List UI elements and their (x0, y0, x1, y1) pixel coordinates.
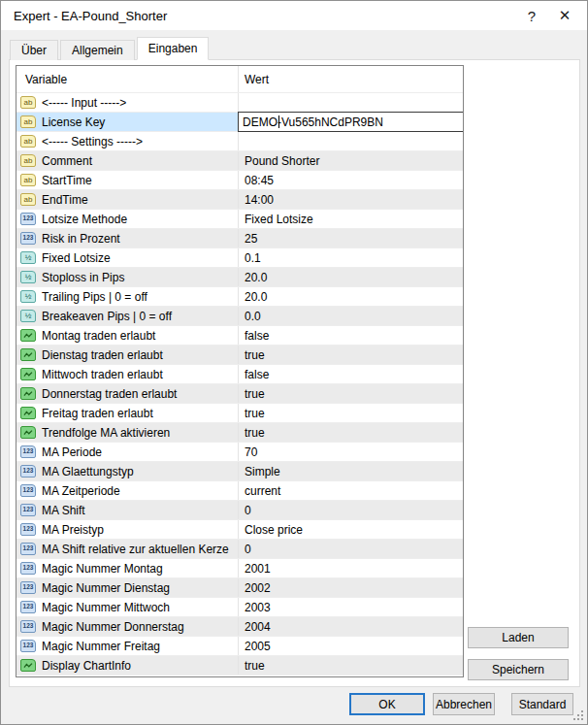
table-row[interactable]: 123 Magic Nummer Mittwoch 2003 (16, 598, 463, 617)
param-label: Comment (42, 154, 92, 168)
param-value[interactable]: Fixed Lotsize (239, 210, 463, 228)
int-type-icon: 123 (20, 445, 36, 458)
param-label: EndTime (42, 193, 88, 207)
param-value[interactable]: 2003 (239, 598, 463, 616)
table-row[interactable]: 123 Lotsize Methode Fixed Lotsize (16, 210, 463, 229)
param-value[interactable]: 14:00 (239, 190, 463, 209)
param-value[interactable]: 08:45 (239, 171, 463, 189)
table-row[interactable]: 123 Risk in Prozent 25 (16, 229, 463, 248)
table-row[interactable]: ab StartTime 08:45 (16, 171, 463, 190)
bool-type-icon (20, 407, 36, 419)
param-value[interactable]: Pound Shorter (239, 151, 463, 170)
int-type-icon: 123 (20, 562, 36, 575)
param-value[interactable]: true (239, 656, 463, 675)
table-row[interactable]: Mittwoch traden erlaubt false (16, 365, 463, 384)
table-row[interactable]: Display ChartInfo true (16, 656, 463, 676)
license-key-input[interactable]: DEMO-Vu565hNCdPR9BN (238, 112, 464, 132)
tab-eingaben[interactable]: Eingaben (137, 37, 210, 60)
table-row[interactable]: Montag traden erlaubt false (16, 326, 463, 346)
param-label: Dienstag traden erlaubt (42, 348, 163, 362)
param-value[interactable]: current (239, 481, 463, 500)
table-row[interactable]: 123 Magic Nummer Montag 2001 (16, 559, 463, 578)
param-value[interactable]: Simple (239, 462, 463, 480)
table-row[interactable]: ½ Breakeaven Pips | 0 = off 0.0 (16, 307, 463, 326)
int-type-icon: 123 (20, 232, 36, 245)
table-row[interactable]: 123 Magic Nummer Freitag 2005 (16, 637, 463, 656)
param-value[interactable]: true (239, 423, 463, 442)
param-value[interactable]: 20.0 (239, 268, 463, 286)
param-value[interactable] (239, 93, 463, 112)
table-row[interactable]: Dienstag traden erlaubt true (16, 346, 463, 365)
table-row[interactable]: ab <----- Settings -----> (16, 132, 463, 151)
string-type-icon: ab (20, 135, 36, 148)
string-type-icon: ab (20, 174, 36, 186)
table-row[interactable]: 123 MA Shift relative zur aktuellen Kerz… (16, 540, 463, 559)
int-type-icon: 123 (20, 484, 36, 497)
table-row[interactable]: Trendfolge MA aktivieren true (16, 423, 463, 443)
table-row[interactable]: ab EndTime 14:00 (16, 190, 463, 210)
int-type-icon: 123 (20, 465, 36, 478)
param-value[interactable]: Close price (239, 520, 463, 539)
tab-page-eingaben: Variable Wert ab <----- Input -----> ab … (9, 59, 580, 687)
param-value[interactable]: 0.1 (239, 248, 463, 267)
param-value[interactable] (239, 132, 463, 150)
param-value[interactable]: false (239, 365, 463, 383)
param-value[interactable]: 0 (239, 540, 463, 558)
param-value[interactable]: true (239, 384, 463, 403)
load-button[interactable]: Laden (468, 627, 569, 648)
param-label: <----- Settings -----> (42, 135, 143, 148)
param-value[interactable]: true (239, 346, 463, 364)
double-type-icon: ½ (20, 290, 36, 303)
tab-über[interactable]: Über (10, 40, 58, 60)
table-row[interactable]: ab License Key DEMO-Vu565hNCdPR9BN (16, 113, 463, 132)
ok-button[interactable]: OK (349, 693, 425, 715)
param-value[interactable]: 25 (239, 229, 463, 247)
help-button[interactable]: ? (515, 1, 548, 30)
save-button[interactable]: Speichern (468, 659, 569, 680)
table-row[interactable]: 123 MA Periode 70 (16, 443, 463, 462)
table-row[interactable]: ½ Stoploss in Pips 20.0 (16, 268, 463, 287)
bool-type-icon (20, 329, 36, 342)
table-row[interactable]: 123 MA Preistyp Close price (16, 520, 463, 540)
param-value[interactable]: 2005 (239, 637, 463, 655)
int-type-icon: 123 (20, 640, 36, 652)
param-label: Magic Nummer Donnerstag (42, 620, 184, 634)
param-value[interactable]: 70 (239, 443, 463, 461)
param-value[interactable]: false (239, 326, 463, 345)
close-button[interactable]: ✕ (548, 1, 581, 30)
param-value[interactable]: 2004 (239, 617, 463, 636)
table-row[interactable]: 123 Magic Nummer Dienstag 2002 (16, 578, 463, 598)
table-row[interactable]: ab Comment Pound Shorter (16, 151, 463, 171)
dialog-buttons: OK Abbrechen Standard (349, 693, 573, 715)
text-caret (278, 115, 279, 128)
param-label: Magic Nummer Montag (42, 562, 163, 576)
table-row[interactable]: Donnerstag traden erlaubt true (16, 384, 463, 404)
cancel-button[interactable]: Abbrechen (433, 693, 495, 715)
tab-allgemein[interactable]: Allgemein (60, 40, 135, 60)
param-value[interactable]: 20.0 (239, 287, 463, 306)
table-row[interactable]: Freitag traden erlaubt true (16, 404, 463, 423)
param-value[interactable]: 0 (239, 501, 463, 519)
resize-grip[interactable] (573, 710, 584, 721)
tab-strip: ÜberAllgemeinEingaben (10, 37, 211, 60)
table-row[interactable]: ab <----- Input -----> (16, 93, 463, 113)
table-row[interactable]: 123 MA Zeitperiode current (16, 481, 463, 501)
param-label: Fixed Lotsize (42, 251, 111, 265)
param-value[interactable]: 2001 (239, 559, 463, 577)
table-row[interactable]: 123 Magic Nummer Donnerstag 2004 (16, 617, 463, 637)
table-header: Variable Wert (16, 66, 463, 93)
table-row[interactable]: ½ Fixed Lotsize 0.1 (16, 248, 463, 268)
param-value[interactable]: 2002 (239, 578, 463, 597)
param-value[interactable]: DEMO-Vu565hNCdPR9BN (239, 113, 463, 131)
table-row[interactable]: 123 MA Shift 0 (16, 501, 463, 520)
param-value[interactable]: true (239, 404, 463, 422)
table-row[interactable]: 123 MA Glaettungstyp Simple (16, 462, 463, 481)
default-button[interactable]: Standard (511, 693, 573, 715)
table-row[interactable]: ½ Trailing Pips | 0 = off 20.0 (16, 287, 463, 307)
column-header-variable: Variable (16, 66, 239, 92)
int-type-icon: 123 (20, 213, 36, 225)
param-value[interactable]: 0.0 (239, 307, 463, 325)
window-title: Expert - EA-Pound_Shorter (1, 9, 515, 23)
parameter-table: Variable Wert ab <----- Input -----> ab … (16, 65, 464, 677)
param-label: <----- Input -----> (42, 96, 126, 110)
